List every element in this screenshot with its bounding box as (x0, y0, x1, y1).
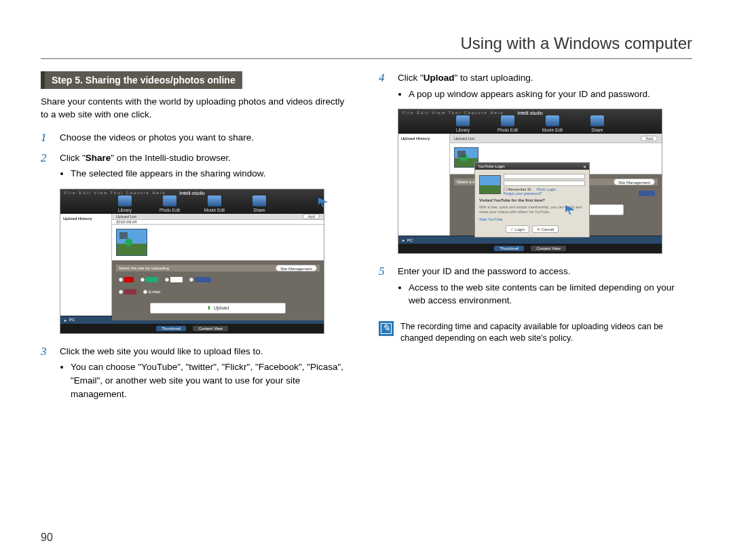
id-input[interactable] (504, 174, 585, 179)
sub-item: You can choose "YouTube", "twitter", "Fl… (71, 360, 354, 400)
photo-icon (501, 115, 514, 126)
pencil-icon: ✎ (381, 323, 392, 334)
shot-titlebar: File Edit View Tool Capture Help Intelli… (60, 189, 324, 214)
step-4: 4 Click "Upload" to start uploading. A p… (379, 71, 692, 102)
label: Cancel (542, 227, 555, 231)
step-text: Enter your ID and the password to access… (398, 265, 692, 309)
radio-icon (143, 290, 147, 294)
add-button[interactable]: Add (303, 214, 320, 219)
cancel-button[interactable]: ✕ Cancel (532, 225, 559, 233)
site-twitter[interactable] (140, 277, 158, 282)
site-picasa[interactable] (119, 289, 136, 295)
shot-app-title: Intelli-studio (517, 111, 542, 115)
shot-titlebar: File Edit View Tool Capture Help Intelli… (398, 109, 662, 134)
photo-thumbnail[interactable] (116, 229, 147, 256)
site-facebook[interactable] (189, 277, 211, 282)
note-icon: ✎ (379, 321, 394, 336)
label: Upload List (116, 214, 136, 219)
tab-share[interactable]: Share (582, 115, 612, 132)
site-management-button[interactable]: Site Management (614, 179, 655, 185)
date-label: 2010-08-04 (116, 220, 137, 224)
step-text: Click "Upload" to start uploading. A pop… (398, 71, 650, 102)
upload-button[interactable]: ⬆ Upload (150, 303, 286, 314)
popup-body: ☐ Remember ID Flickr Login Forgot your p… (475, 170, 589, 237)
forgot-password-link[interactable]: Forgot your password? (504, 191, 585, 195)
site-email[interactable]: E-Mail (143, 289, 160, 295)
facebook-icon (639, 191, 655, 196)
tab-share[interactable]: Share (244, 195, 274, 212)
tab-library[interactable]: Library (110, 195, 140, 212)
popup-buttons: ✓ Login ✕ Cancel (479, 225, 585, 233)
tab-movie-edit[interactable]: Movie Edit (200, 195, 229, 212)
site-flickr[interactable] (165, 277, 183, 282)
facebook-icon (195, 277, 211, 282)
radio-icon (119, 290, 123, 294)
visited-heading: Visited YouTube for the first time? (479, 198, 585, 202)
tab-label: Photo Edit (497, 128, 518, 132)
tab-label: Photo Edit (159, 208, 180, 212)
upload-list-header: Upload List Add (450, 134, 662, 143)
password-input[interactable] (504, 181, 585, 186)
site-facebook[interactable] (639, 191, 655, 196)
movie-icon (208, 195, 221, 206)
tab-library[interactable]: Library (448, 115, 478, 132)
shot-app-title: Intelli-studio (179, 191, 204, 195)
content-view-button[interactable]: Content View (193, 326, 228, 331)
sub-list: A pop up window appears asking for your … (409, 88, 650, 101)
sub-list: You can choose "YouTube", "twitter", "Fl… (71, 360, 354, 400)
text: " to start uploading. (455, 73, 533, 83)
text: Click the web site you would like to upl… (60, 346, 263, 356)
check-icon: ✓ (510, 227, 514, 231)
text: Click " (398, 73, 424, 83)
start-youtube-link[interactable]: Start YouTube (479, 217, 585, 221)
upload-list-header: Upload List Add (112, 214, 324, 220)
youtube-icon (124, 277, 134, 282)
shot-menu: File Edit View Tool Capture Help (64, 191, 166, 195)
thumbnail-view-button[interactable]: Thumbnail (156, 326, 186, 331)
sub-list: Access to the web site contents can be l… (409, 281, 692, 307)
sub-item: The selected file appears in the sharing… (71, 167, 265, 181)
right-column: 4 Click "Upload" to start uploading. A p… (379, 71, 692, 409)
step-3: 3 Click the web site you would like to u… (41, 345, 354, 402)
tab-label: Share (253, 208, 265, 212)
share-bold: Share (86, 153, 111, 163)
radio-icon (119, 278, 123, 282)
login-button[interactable]: ✓ Login (506, 225, 529, 233)
tab-label: Library (456, 128, 470, 132)
shot-sidebar: Upload History (60, 214, 112, 316)
tab-label: Movie Edit (542, 128, 563, 132)
radio-icon (189, 278, 193, 282)
twitter-icon (146, 277, 158, 282)
site-row-header: Select the site for uploading Site Manag… (116, 265, 320, 272)
tab-photo-edit[interactable]: Photo Edit (493, 115, 523, 132)
text: Enter your ID and the password to access… (398, 266, 570, 276)
screenshot-login-popup: File Edit View Tool Capture Help Intelli… (398, 109, 662, 254)
site-youtube[interactable] (119, 277, 134, 282)
flickr-icon (170, 277, 183, 282)
upload-label: Upload (214, 305, 229, 310)
tab-label: Movie Edit (204, 208, 225, 212)
label: Upload List (454, 136, 474, 141)
shot-bottombar: Thumbnail Content View (398, 244, 662, 253)
site-selection: Select the site for uploading Site Manag… (112, 261, 324, 320)
footer-label: PC (69, 318, 75, 322)
text: Click " (60, 153, 86, 163)
step-num: 5 (379, 265, 388, 309)
thumbnail-view-button[interactable]: Thumbnail (494, 246, 524, 251)
intro-paragraph: Share your contents with the world by up… (41, 96, 354, 122)
content-view-button[interactable]: Content View (531, 246, 566, 251)
picasa-icon (124, 289, 136, 295)
note-text: The recording time and capacity availabl… (400, 321, 692, 345)
radio-icon (140, 278, 145, 282)
sidebar-heading: Upload History (401, 136, 447, 141)
label: Login (514, 227, 525, 231)
add-button[interactable]: Add (641, 136, 658, 141)
upload-arrow-icon: ⬆ (207, 305, 211, 311)
x-icon: ✕ (537, 227, 540, 231)
site-management-button[interactable]: Site Management (276, 265, 317, 272)
photo-icon (163, 195, 176, 206)
tab-photo-edit[interactable]: Photo Edit (155, 195, 185, 212)
radio-icon (165, 278, 169, 282)
close-icon[interactable]: ✕ (583, 164, 586, 169)
tab-movie-edit[interactable]: Movie Edit (538, 115, 567, 132)
